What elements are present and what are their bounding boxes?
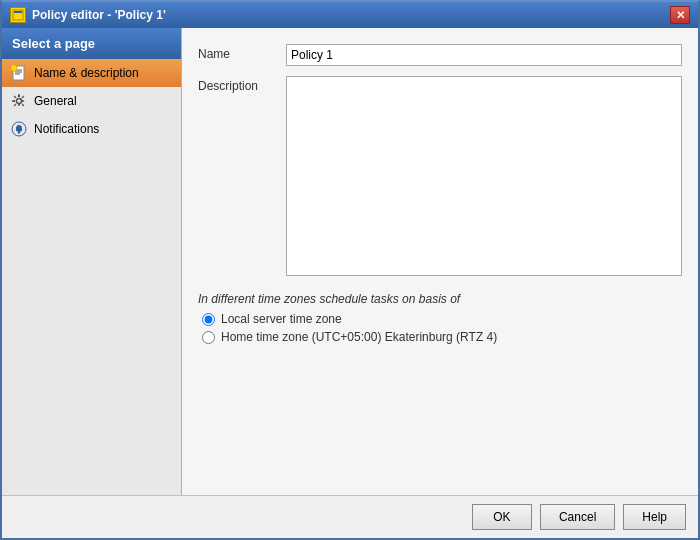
sidebar-item-name-desc[interactable]: Name & description xyxy=(2,59,181,87)
close-button[interactable]: ✕ xyxy=(670,6,690,24)
main-panel: Name Description In different time zones… xyxy=(182,28,698,495)
sidebar-item-label-notifications: Notifications xyxy=(34,122,99,136)
sidebar-item-notifications[interactable]: Notifications xyxy=(2,115,181,143)
main-window: Policy editor - 'Policy 1' ✕ Select a pa… xyxy=(0,0,700,540)
content-area: Select a page Name & description xyxy=(2,28,698,495)
title-bar: Policy editor - 'Policy 1' ✕ xyxy=(2,2,698,28)
cancel-button[interactable]: Cancel xyxy=(540,504,615,530)
title-bar-left: Policy editor - 'Policy 1' xyxy=(10,7,166,23)
timezone-heading: In different time zones schedule tasks o… xyxy=(198,292,682,306)
sidebar-item-label-name-desc: Name & description xyxy=(34,66,139,80)
name-label: Name xyxy=(198,44,278,61)
svg-point-7 xyxy=(17,99,22,104)
description-row: Description xyxy=(198,76,682,276)
window-icon xyxy=(10,7,26,23)
bottom-bar: OK Cancel Help xyxy=(2,495,698,538)
svg-rect-1 xyxy=(14,11,22,13)
sidebar: Select a page Name & description xyxy=(2,28,182,495)
radio-home-label: Home time zone (UTC+05:00) Ekaterinburg … xyxy=(221,330,497,344)
window-title: Policy editor - 'Policy 1' xyxy=(32,8,166,22)
bell-icon xyxy=(10,120,28,138)
svg-rect-6 xyxy=(11,65,17,71)
sidebar-item-general[interactable]: General xyxy=(2,87,181,115)
timezone-section: In different time zones schedule tasks o… xyxy=(198,292,682,348)
ok-button[interactable]: OK xyxy=(472,504,532,530)
sidebar-item-label-general: General xyxy=(34,94,77,108)
radio-home-row: Home time zone (UTC+05:00) Ekaterinburg … xyxy=(198,330,682,344)
radio-local-label: Local server time zone xyxy=(221,312,342,326)
description-textarea[interactable] xyxy=(286,76,682,276)
radio-local-row: Local server time zone xyxy=(198,312,682,326)
radio-local[interactable] xyxy=(202,313,215,326)
doc-icon xyxy=(10,64,28,82)
description-label: Description xyxy=(198,76,278,93)
gear-icon xyxy=(10,92,28,110)
sidebar-header: Select a page xyxy=(2,28,181,59)
svg-point-10 xyxy=(18,132,20,134)
help-button[interactable]: Help xyxy=(623,504,686,530)
radio-home[interactable] xyxy=(202,331,215,344)
name-input[interactable] xyxy=(286,44,682,66)
name-row: Name xyxy=(198,44,682,66)
